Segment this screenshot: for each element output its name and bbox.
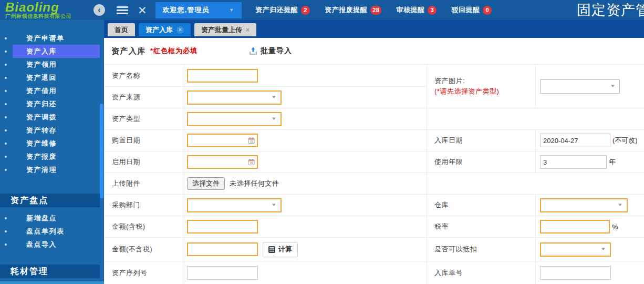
field-label: 资产序列号 [105, 261, 184, 284]
main-area: 首页 资产入库 × 资产批量上传 × 资产入库 *红色框为必填 [104, 20, 644, 284]
asset-source-select[interactable]: ▼ [187, 90, 282, 105]
sidebar-item-asset-return-back[interactable]: 资产退回 [0, 71, 104, 84]
hamburger-icon [117, 6, 128, 14]
file-status-text: 未选择任何文件 [230, 179, 279, 188]
row-empty [427, 173, 644, 195]
amount-without-tax-input[interactable] [187, 242, 258, 256]
brand-logo: Biaoling [5, 1, 94, 14]
enable-date-input[interactable] [187, 155, 258, 169]
caret-down-icon: ▼ [610, 84, 616, 88]
field-label: 购置日期 [105, 130, 184, 151]
form-left-column: 资产名称 资产来源 ▼ 资产类型 ▼ 购置日期 [105, 65, 427, 284]
sidebar-bottom-strip [0, 281, 104, 284]
sidebar-item-asset-inbound[interactable]: 资产入库 [0, 45, 104, 58]
tax-rate-input[interactable] [540, 220, 610, 234]
bullet-icon [5, 156, 7, 158]
purchase-dept-select[interactable]: ▼ [187, 198, 282, 212]
inbound-date-suffix: (不可改) [612, 136, 638, 145]
bullet-icon [5, 143, 7, 145]
calculate-button[interactable]: 计算 [263, 242, 298, 257]
choose-file-button[interactable]: 选择文件 [187, 177, 225, 190]
sidebar-item-asset-clean[interactable]: 资产清理 [0, 163, 104, 176]
sidebar-item-new-inventory[interactable]: 新增盘点 [0, 211, 104, 225]
top-header: Biaoling 广州标领信息科技有限公司 ‹ ✕ 欢迎您,管理员 ▼ 资产归还… [0, 0, 644, 20]
sidebar-item-asset-repair[interactable]: 资产维修 [0, 137, 104, 150]
notification-label: 资产归还提醒 [255, 5, 298, 15]
notification-asset-scrap[interactable]: 资产报废提醒 28 [325, 5, 381, 15]
sidebar-item-inventory-list[interactable]: 盘点单列表 [0, 225, 104, 238]
warehouse-select[interactable]: ▼ [540, 198, 628, 212]
close-all-button[interactable]: ✕ [138, 5, 147, 16]
row-asset-type: 资产类型 ▼ [105, 108, 427, 130]
row-empty [427, 108, 644, 130]
serial-no-input[interactable] [187, 266, 258, 280]
sidebar-item-asset-scrap[interactable]: 资产报废 [0, 150, 104, 163]
batch-import-button[interactable]: 批量导入 [249, 46, 292, 56]
calendar-icon[interactable]: 15 [248, 159, 255, 166]
asset-type-select[interactable]: ▼ [187, 112, 282, 126]
sidebar-item-asset-giveback[interactable]: 资产归还 [0, 97, 104, 110]
tab-close-icon[interactable]: × [246, 26, 250, 34]
row-deductible: 是否可以抵扣 ▼ [427, 238, 644, 261]
tab-batch-upload[interactable]: 资产批量上传 × [194, 23, 256, 36]
user-menu[interactable]: 欢迎您,管理员 ▼ [155, 2, 242, 18]
sidebar-section-inventory[interactable]: 资产盘点 [0, 194, 100, 207]
sidebar-item-inventory-import[interactable]: 盘点导入 [0, 238, 104, 251]
amount-with-tax-input[interactable] [187, 220, 258, 234]
field-label: 资产图片: (*请先选择资产类型) [427, 65, 536, 108]
tab-asset-inbound[interactable]: 资产入库 × [139, 23, 191, 36]
sidebar-item-asset-transfer[interactable]: 资产调拨 [0, 110, 104, 124]
app-title: 固定资产管理系统 [577, 1, 644, 19]
sidebar-section-consumables[interactable]: 耗材管理 [0, 265, 100, 278]
asset-image-select[interactable]: ▼ [540, 79, 620, 94]
deductible-select[interactable]: ▼ [540, 242, 611, 257]
sidebar: 资产申请单 资产入库 资产领用 资产退回 资产借用 资产归还 资产调拨 资产转存… [0, 20, 104, 284]
notification-asset-return[interactable]: 资产归还提醒 2 [255, 5, 310, 15]
menu-toggle-button[interactable] [117, 5, 128, 16]
row-purchase-dept: 采购部门 ▼ [105, 195, 427, 216]
notification-reject[interactable]: 驳回提醒 0 [451, 5, 492, 15]
asset-name-input[interactable] [187, 69, 258, 83]
row-amount-with-tax: 金额(含税) [105, 216, 427, 238]
tab-close-icon[interactable]: × [176, 26, 184, 34]
sidebar-scrollbar[interactable] [100, 104, 103, 198]
row-amount-without-tax: 金额(不含税) [105, 238, 427, 261]
row-tax-rate: 税率 % [427, 216, 644, 238]
sidebar-menu: 资产申请单 资产入库 资产领用 资产退回 资产借用 资产归还 资产调拨 资产转存… [0, 20, 104, 176]
sidebar-item-asset-borrow[interactable]: 资产借用 [0, 84, 104, 97]
tab-home[interactable]: 首页 [108, 23, 135, 36]
field-label: 采购部门 [105, 195, 184, 216]
row-enable-date: 启用日期 15 [105, 151, 427, 173]
sidebar-item-asset-apply[interactable]: 资产申请单 [0, 32, 104, 45]
inbound-no-input[interactable] [540, 266, 611, 280]
field-label: 资产名称 [105, 65, 184, 86]
page-header: 资产入库 *红色框为必填 批量导入 [104, 38, 644, 64]
calendar-icon[interactable]: 15 [248, 137, 255, 144]
sidebar-item-asset-receive[interactable]: 资产领用 [0, 58, 104, 71]
field-label: 税率 [427, 216, 536, 237]
field-label: 使用年限 [427, 151, 536, 173]
notification-label: 审核提醒 [396, 5, 424, 15]
notification-badge: 28 [370, 6, 381, 15]
inbound-date-input[interactable] [540, 134, 610, 147]
field-label: 资产类型 [105, 108, 184, 129]
notification-audit[interactable]: 审核提醒 3 [396, 5, 437, 15]
sidebar-item-asset-store[interactable]: 资产转存 [0, 124, 104, 137]
caret-down-icon: ▼ [271, 95, 277, 99]
svg-text:15: 15 [250, 140, 253, 143]
row-asset-source: 资产来源 ▼ [105, 87, 427, 108]
service-years-input[interactable] [540, 155, 607, 169]
brand: Biaoling 广州标领信息科技有限公司 [0, 1, 94, 19]
tab-bar: 首页 资产入库 × 资产批量上传 × [104, 20, 644, 38]
asset-image-hint: (*请先选择资产类型) [434, 86, 499, 97]
field-label: 是否可以抵扣 [427, 238, 536, 261]
notification-label: 资产报废提醒 [325, 5, 367, 15]
row-serial-no: 资产序列号 [105, 261, 427, 284]
row-inbound-date: 入库日期 (不可改) [427, 130, 644, 151]
purchase-date-input[interactable] [187, 134, 258, 147]
field-label: 入库日期 [427, 130, 536, 151]
field-label: 仓库 [427, 195, 536, 216]
chevron-left-icon: ‹ [98, 5, 100, 15]
sidebar-collapse-button[interactable]: ‹ [94, 4, 105, 16]
bullet-icon [5, 116, 7, 118]
